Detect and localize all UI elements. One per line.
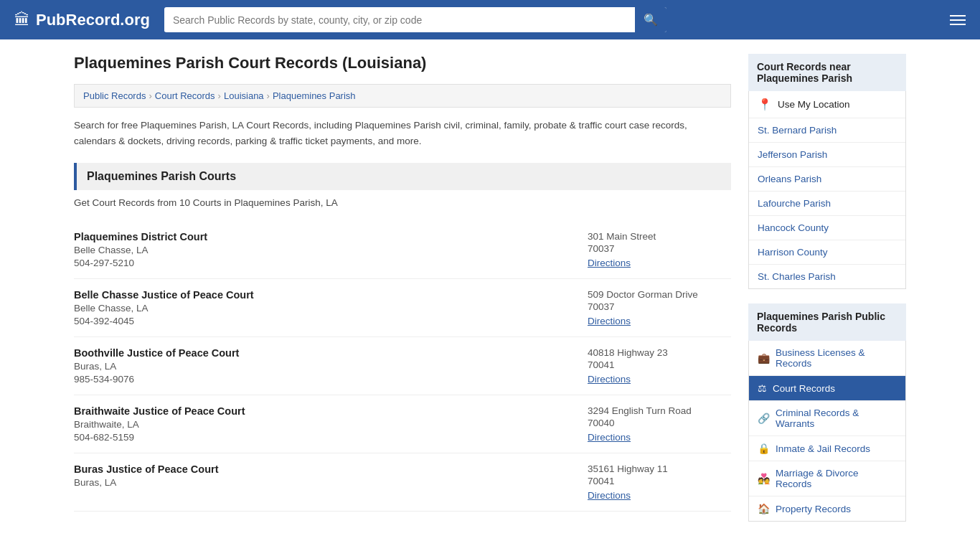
court-name: Braithwaite Justice of Peace Court [74,405,245,417]
hamburger-line-3 [950,24,966,25]
logo-link[interactable]: 🏛 PubRecord.org [14,11,150,29]
sidebar-nearby-link[interactable]: Hancock County [749,216,905,240]
breadcrumb-sep-2: › [218,90,221,101]
sidebar-nearby-header: Court Records near Plaquemines Parish [748,54,906,91]
page-description: Search for free Plaquemines Parish, LA C… [74,118,731,149]
sidebar-nearby-link[interactable]: Jefferson Parish [749,143,905,166]
sidebar-public-records-list: 💼Business Licenses & Records⚖Court Recor… [748,341,906,522]
record-type-icon: 🔗 [758,413,770,424]
court-phone: 504-682-5159 [74,432,245,443]
sidebar-public-records-item[interactable]: 🔒Inmate & Jail Records [749,436,905,461]
sidebar-nearby-link[interactable]: St. Bernard Parish [749,118,905,142]
sidebar-nearby-link[interactable]: Harrison County [749,240,905,264]
court-street: 3294 English Turn Road [588,405,731,416]
court-info: Plaquemines District Court Belle Chasse,… [74,231,207,268]
court-zip: 70037 [588,243,731,254]
breadcrumb: Public Records › Court Records › Louisia… [74,84,731,108]
court-address: 3294 English Turn Road 70040 Directions [588,405,731,443]
page-title: Plaquemines Parish Court Records (Louisi… [74,54,731,72]
search-button[interactable]: 🔍 [635,7,666,32]
court-info: Belle Chasse Justice of Peace Court Bell… [74,289,254,326]
court-phone: 985-534-9076 [74,374,239,385]
sidebar-public-records-link[interactable]: ⚖Court Records [749,376,905,400]
court-address: 301 Main Street 70037 Directions [588,231,731,268]
logo-icon: 🏛 [14,11,30,29]
court-item: Plaquemines District Court Belle Chasse,… [74,221,731,279]
record-type-icon: 💑 [758,473,770,484]
breadcrumb-link-plaquemines[interactable]: Plaquemines Parish [273,90,356,101]
sidebar-nearby-section: Court Records near Plaquemines Parish 📍U… [748,54,906,289]
sidebar-public-records-item[interactable]: 🏠Property Records [749,496,905,521]
court-item: Boothville Justice of Peace Court Buras,… [74,337,731,395]
directions-link[interactable]: Directions [588,432,631,443]
directions-link[interactable]: Directions [588,258,631,268]
court-city: Buras, LA [74,361,239,372]
sidebar-nearby-item[interactable]: Lafourche Parish [749,192,905,216]
sidebar-nearby-link[interactable]: Lafourche Parish [749,192,905,215]
court-info: Buras Justice of Peace Court Buras, LA [74,463,218,501]
record-type-icon: ⚖ [758,382,767,394]
logo-text: PubRecord.org [36,11,150,29]
main-container: Plaquemines Parish Court Records (Louisi… [60,39,920,550]
record-type-icon: 🏠 [758,503,770,514]
sidebar-nearby-item[interactable]: Orleans Parish [749,167,905,192]
site-header: 🏛 PubRecord.org 🔍 [0,0,980,39]
sidebar-nearby-link[interactable]: St. Charles Parish [749,265,905,288]
search-input[interactable] [164,9,635,32]
breadcrumb-sep-1: › [149,90,151,101]
sidebar-public-records-link[interactable]: 🔒Inmate & Jail Records [749,436,905,461]
sidebar-nearby-item[interactable]: Harrison County [749,240,905,265]
court-zip: 70041 [588,359,731,370]
court-street: 35161 Highway 11 [588,463,731,474]
court-address: 40818 Highway 23 70041 Directions [588,347,731,385]
sidebar-nearby-link[interactable]: Orleans Parish [749,167,905,191]
courts-count: Get Court Records from 10 Courts in Plaq… [74,197,731,208]
breadcrumb-link-public-records[interactable]: Public Records [83,90,146,101]
court-address: 35161 Highway 11 70041 Directions [588,463,731,501]
breadcrumb-link-louisiana[interactable]: Louisiana [224,90,264,101]
court-zip: 70041 [588,476,731,486]
sidebar-nearby-list: 📍Use My LocationSt. Bernard ParishJeffer… [748,91,906,289]
main-content: Plaquemines Parish Court Records (Louisi… [74,54,731,536]
sidebar-public-records-item[interactable]: ⚖Court Records [749,376,905,401]
sidebar-use-location[interactable]: 📍Use My Location [749,91,905,118]
court-city: Braithwaite, LA [74,419,245,430]
directions-link[interactable]: Directions [588,490,631,501]
court-name: Boothville Justice of Peace Court [74,347,239,359]
sidebar-public-records-header: Plaquemines Parish Public Records [748,303,906,341]
sidebar-nearby-item[interactable]: Jefferson Parish [749,143,905,167]
court-phone: 504-392-4045 [74,316,254,326]
directions-link[interactable]: Directions [588,374,631,385]
sidebar-public-records-item[interactable]: 💑Marriage & Divorce Records [749,461,905,496]
court-name: Buras Justice of Peace Court [74,463,218,475]
court-item: Buras Justice of Peace Court Buras, LA 3… [74,453,731,512]
court-name: Belle Chasse Justice of Peace Court [74,289,254,301]
sidebar-public-records-item[interactable]: 💼Business Licenses & Records [749,341,905,376]
sidebar-public-records-link[interactable]: 💼Business Licenses & Records [749,341,905,375]
courts-list: Plaquemines District Court Belle Chasse,… [74,221,731,512]
hamburger-line-2 [950,19,966,21]
sidebar-public-records-link[interactable]: 🔗Criminal Records & Warrants [749,401,905,435]
directions-link[interactable]: Directions [588,316,631,326]
sidebar-public-records-section: Plaquemines Parish Public Records 💼Busin… [748,303,906,522]
sidebar-nearby-item[interactable]: St. Bernard Parish [749,118,905,143]
record-type-icon: 🔒 [758,443,770,454]
court-item: Braithwaite Justice of Peace Court Brait… [74,395,731,453]
sidebar-public-records-link[interactable]: 🏠Property Records [749,496,905,521]
sidebar: Court Records near Plaquemines Parish 📍U… [748,54,906,536]
court-info: Boothville Justice of Peace Court Buras,… [74,347,239,385]
location-icon: 📍 [758,98,772,111]
sidebar-public-records-link[interactable]: 💑Marriage & Divorce Records [749,461,905,496]
court-item: Belle Chasse Justice of Peace Court Bell… [74,279,731,337]
sidebar-public-records-item[interactable]: 🔗Criminal Records & Warrants [749,401,905,436]
sidebar-nearby-item[interactable]: Hancock County [749,216,905,240]
search-bar: 🔍 [164,7,666,32]
use-location-link[interactable]: 📍Use My Location [749,91,905,118]
court-street: 301 Main Street [588,231,731,242]
menu-button[interactable] [950,12,966,28]
court-city: Belle Chasse, LA [74,245,207,255]
breadcrumb-link-court-records[interactable]: Court Records [155,90,215,101]
breadcrumb-sep-3: › [267,90,270,101]
sidebar-nearby-item[interactable]: St. Charles Parish [749,265,905,288]
court-zip: 70040 [588,418,731,428]
